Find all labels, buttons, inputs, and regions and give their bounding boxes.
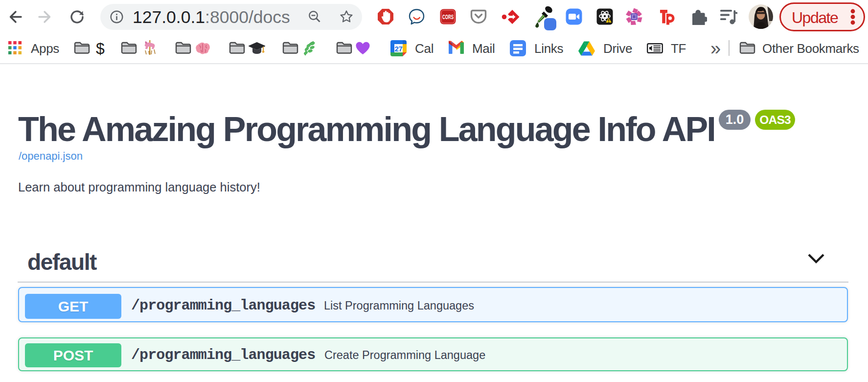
svg-text:CORS: CORS [442,13,454,21]
svg-text:27: 27 [394,45,402,53]
